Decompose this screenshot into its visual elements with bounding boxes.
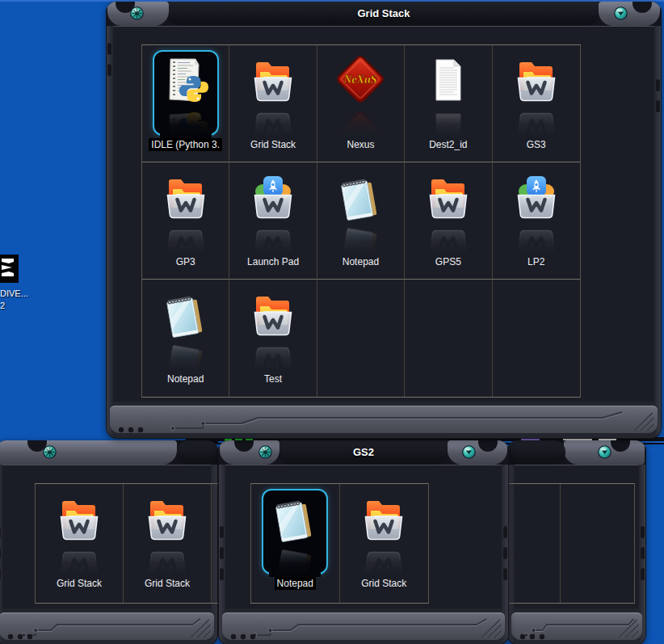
svg-text:NeXuS: NeXuS [343,74,377,86]
icon-reflection [160,225,212,255]
icon-grid: NotepadGrid Stack [250,483,429,604]
grid-cell-grid-stack[interactable]: Grid Stack [124,484,212,603]
nexus-icon: NeXuSNeXuS [334,55,386,138]
cell-label: Notepad [317,256,404,267]
icon-grid: Grid StackGrid Stack [35,483,218,604]
icon-reflection: NeXuS [334,107,386,138]
icon-reflection [53,546,105,577]
side-vent [503,525,507,580]
grid-cell-notepad[interactable]: Notepad [142,280,229,397]
notepad-icon [269,494,321,577]
launch-pad-icon [511,172,562,255]
grid-cell-empty [493,280,580,397]
titlebar[interactable]: GS2 [218,440,509,465]
icon-grid: IDLE (Python 3.Grid StackNeXuSNeXuSNexus… [141,44,581,398]
gear-orb-icon[interactable] [130,6,144,20]
desktop-shortcut[interactable]: DIVE... 2 [0,255,52,312]
title-tab [177,440,218,465]
grid-cell-gs3[interactable]: GS3 [493,45,580,162]
titlebar-shoulder [599,2,660,26]
notepad-icon [160,289,212,373]
grid-cell-notepad[interactable]: Notepad [317,162,405,280]
titlebar-notch [478,440,498,452]
grid-cell-idle-python-3[interactable]: IDLE (Python 3. [142,45,229,162]
side-vent [656,78,660,112]
icon-reflection [247,107,299,138]
titlebar-shoulder [0,440,177,465]
grid-cell-nexus[interactable]: NeXuSNeXuSNexus [317,45,405,162]
grid-cell-gp3[interactable]: GP3 [142,162,229,280]
grid-stack-icon [358,494,410,577]
grid-cell-grid-stack[interactable]: Grid Stack [36,484,124,603]
cell-label: Notepad [251,578,339,589]
python-idle-icon [160,55,212,138]
cell-label: Grid Stack [229,139,316,150]
icon-reflection [358,546,410,577]
resize-grip[interactable] [634,410,657,431]
chevron-down-orb-icon[interactable] [598,445,611,459]
titlebar[interactable] [0,440,218,465]
title-tab [169,2,599,26]
gear-orb-icon[interactable] [43,445,57,459]
icon-reflection [247,342,299,373]
resize-grip[interactable] [191,617,213,638]
side-vent [0,525,1,580]
cell-label: Grid Stack [340,578,429,589]
icon-reflection [422,225,474,255]
window-gs2: GS2 NotepadGrid Stack [218,440,509,644]
grid-cell-notepad[interactable]: Notepad [251,484,340,603]
cell-label: Grid Stack [36,578,123,589]
grid-cell-gps5[interactable]: GPS5 [405,162,492,280]
window-footer [110,406,658,433]
grid-cell-dest2-id[interactable]: Dest2_id [405,45,492,162]
icon-reflection [247,225,299,255]
titlebar-notch [611,440,630,452]
desktop: DIVE... 2 Grid Stack IDLE ( [0,0,664,644]
titlebar[interactable] [507,440,646,465]
cell-label: GS3 [493,139,580,150]
grid-cell-test[interactable]: Test [229,280,317,397]
window-footer [0,612,214,640]
document-icon [422,55,474,138]
chevron-down-orb-icon[interactable] [614,6,628,20]
titlebar-notch [632,2,652,13]
cell-label: GP3 [142,256,229,267]
grid-cell-empty [317,280,405,397]
resize-grip[interactable] [481,617,504,638]
cell-label: IDLE (Python 3. [142,139,229,150]
icon-grid-partial [507,483,635,604]
icon-reflection [269,546,321,577]
grid-cell-empty [212,484,218,603]
resize-grip[interactable] [619,617,641,638]
cell-label: Nexus [317,139,404,150]
icon-reflection [511,225,562,255]
side-vent [641,525,645,580]
cell-label: Launch Pad [229,256,316,267]
cell-label: GPS5 [405,256,491,267]
icon-reflection [160,107,212,138]
icon-reflection [422,107,474,138]
gear-orb-icon[interactable] [258,445,272,459]
cell-label: LP2 [493,256,580,267]
icon-reflection [160,342,212,373]
grid-cell-launch-pad[interactable]: Launch Pad [229,162,317,280]
chevron-down-orb-icon[interactable] [462,445,476,459]
window-stack-left: Grid StackGrid Stack [0,440,218,644]
icon-reflection [511,107,562,138]
grid-stack-icon [160,172,212,255]
titlebar[interactable]: Grid Stack [106,2,662,26]
icon-reflection [141,546,193,577]
grid-cell-lp2[interactable]: LP2 [493,162,580,280]
grid-stack-icon [53,494,105,577]
launch-pad-icon [247,172,299,255]
side-vent [107,42,111,76]
window-grid-stack: Grid Stack IDLE (Python 3.Grid StackNeXu… [106,2,662,439]
grid-cell-empty [405,280,492,397]
black-app-icon [0,255,19,284]
cell-label: Dest2_id [405,139,491,150]
grid-stack-icon [247,289,299,373]
grid-cell-grid-stack[interactable]: Grid Stack [229,45,317,162]
cell-label: Grid Stack [124,578,211,589]
grid-cell-grid-stack[interactable]: Grid Stack [340,484,429,603]
title-tab [279,440,448,465]
